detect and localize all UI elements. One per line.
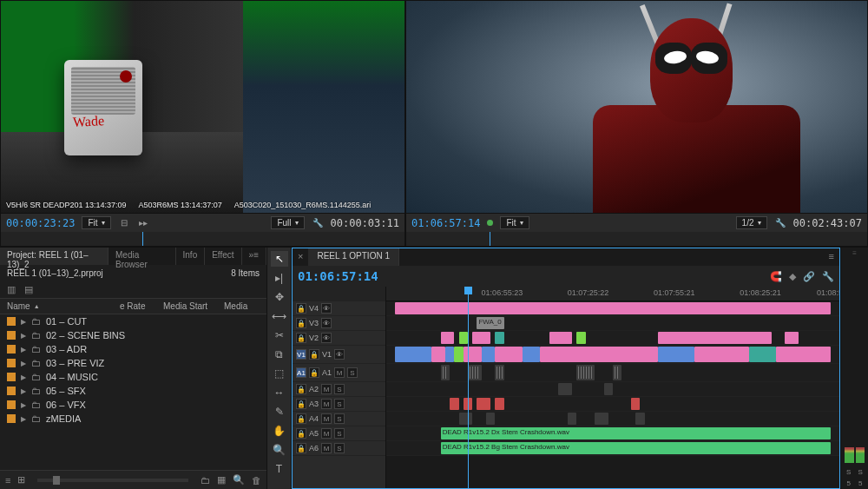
- record-indicator-icon: [487, 220, 493, 226]
- track-header-v4[interactable]: 🔒V4👁: [293, 301, 385, 316]
- disclosure-icon[interactable]: ▶: [21, 318, 26, 326]
- settings-icon[interactable]: 🔧: [822, 271, 834, 282]
- filter-clip-icon[interactable]: ▤: [24, 284, 33, 295]
- timeline-ruler[interactable]: 01:06:55:23 01:07:25:22 01:07:55:21 01:0…: [386, 287, 839, 301]
- track-header-a6[interactable]: 🔒A6MS: [293, 441, 385, 456]
- source-scrubber[interactable]: [1, 232, 404, 246]
- source-in-timecode[interactable]: 00:00:23:23: [6, 217, 75, 229]
- disclosure-icon[interactable]: ▶: [21, 415, 26, 423]
- wrench-icon[interactable]: 🔧: [312, 217, 324, 229]
- track-a4: [386, 412, 839, 426]
- track-header-a2[interactable]: 🔒A2MS: [293, 382, 385, 397]
- type-tool[interactable]: T: [271, 461, 288, 477]
- solo-left[interactable]: S: [846, 468, 851, 476]
- disclosure-icon[interactable]: ▶: [21, 332, 26, 340]
- program-zoom-dropdown[interactable]: Fit: [500, 216, 529, 229]
- column-media[interactable]: Media: [224, 301, 247, 311]
- source-out-timecode[interactable]: 00:00:03:11: [331, 217, 399, 229]
- folder-icon: 🗀: [31, 372, 41, 382]
- column-rate[interactable]: e Rate: [120, 301, 163, 311]
- panel-menu-icon[interactable]: »≡: [242, 248, 266, 265]
- selection-tool[interactable]: ↖: [271, 251, 288, 267]
- trash-icon[interactable]: 🗑: [252, 475, 261, 486]
- program-in-timecode[interactable]: 01:06:57:14: [411, 217, 480, 229]
- program-res-dropdown[interactable]: 1/2: [736, 216, 767, 229]
- track-a1: [386, 364, 839, 382]
- bin-row[interactable]: ▶🗀zMEDIA: [0, 412, 266, 426]
- track-header-v2[interactable]: 🔒V2👁: [293, 331, 385, 346]
- bin-row[interactable]: ▶🗀04 – MUSIC: [0, 370, 266, 384]
- step-icon[interactable]: ▸▸: [137, 217, 149, 229]
- disclosure-icon[interactable]: ▶: [21, 373, 26, 381]
- list-view-icon[interactable]: ≡: [5, 475, 10, 486]
- project-panel: Project: REEL 1 (01–13)_2 Media Browser …: [0, 248, 267, 489]
- folder-icon: 🗀: [31, 400, 41, 410]
- bin-row[interactable]: ▶🗀01 – CUT: [0, 314, 266, 328]
- track-header-a1[interactable]: A1🔒A1MS: [293, 364, 385, 382]
- source-monitor: Wade V5H/6 SR DEADP201 13:14:37:09 A503R…: [0, 0, 405, 247]
- track-header-a5[interactable]: 🔒A5MS: [293, 426, 385, 441]
- track-header-v3[interactable]: 🔒V3👁: [293, 316, 385, 331]
- track-header-a3[interactable]: 🔒A3MS: [293, 397, 385, 412]
- bin-row[interactable]: ▶🗀05 – SFX: [0, 384, 266, 398]
- settings-icon[interactable]: ⊟: [118, 217, 130, 229]
- program-scrubber[interactable]: [406, 232, 867, 246]
- bin-name: 01 – CUT: [46, 316, 87, 327]
- bin-name: 06 – VFX: [46, 400, 86, 410]
- program-out-timecode[interactable]: 00:02:43:07: [793, 217, 862, 229]
- filter-bin-icon[interactable]: ▥: [7, 284, 16, 295]
- slide-tool[interactable]: ⬚: [271, 366, 288, 381]
- bin-name: 03 – ADR: [46, 344, 87, 354]
- disclosure-icon[interactable]: ▶: [21, 360, 26, 367]
- tab-media-browser[interactable]: Media Browser: [108, 248, 175, 265]
- zoom-tool[interactable]: 🔍: [271, 442, 288, 458]
- new-bin-icon[interactable]: 🗀: [201, 475, 210, 486]
- track-header-v1[interactable]: V1🔒V1👁: [293, 346, 385, 364]
- bin-name: 05 – SFX: [46, 386, 86, 396]
- bin-row[interactable]: ▶🗀03 – ADR: [0, 342, 266, 356]
- timeline-timecode[interactable]: 01:06:57:14: [298, 269, 378, 283]
- bin-row[interactable]: ▶🗀02 – SCENE BINS: [0, 328, 266, 342]
- solo-right[interactable]: S: [858, 468, 863, 476]
- source-viewer[interactable]: Wade V5H/6 SR DEADP201 13:14:37:09 A503R…: [1, 1, 404, 213]
- pen-tool[interactable]: ✎: [271, 404, 288, 420]
- track-select-tool[interactable]: ▸|: [271, 270, 288, 286]
- playhead[interactable]: [468, 287, 469, 488]
- razor-tool[interactable]: ✂: [271, 327, 288, 343]
- bin-row[interactable]: ▶🗀03 – PRE VIZ: [0, 356, 266, 370]
- marker-icon[interactable]: ◆: [789, 271, 796, 282]
- thumbnail-size-slider[interactable]: [37, 479, 188, 482]
- column-name[interactable]: Name▲: [7, 301, 120, 311]
- timeline-track-area[interactable]: 01:06:55:23 01:07:25:22 01:07:55:21 01:0…: [386, 287, 839, 488]
- track-header-a4[interactable]: 🔒A4MS: [293, 412, 385, 426]
- bin-name: 04 – MUSIC: [46, 372, 98, 382]
- source-zoom-dropdown[interactable]: Fit: [82, 216, 110, 229]
- sequence-tab[interactable]: REEL 1 OPTION 1: [308, 248, 399, 266]
- disclosure-icon[interactable]: ▶: [21, 401, 26, 409]
- disclosure-icon[interactable]: ▶: [21, 387, 26, 395]
- ripple-edit-tool[interactable]: ✥: [271, 289, 288, 305]
- program-viewer[interactable]: [406, 1, 867, 213]
- sort-asc-icon: ▲: [34, 303, 40, 309]
- icon-view-icon[interactable]: ⊞: [17, 474, 25, 486]
- close-sequence-icon[interactable]: ×: [293, 248, 308, 266]
- panel-menu-icon[interactable]: ≡: [824, 248, 839, 266]
- new-item-icon[interactable]: ▦: [217, 474, 226, 486]
- slip-tool[interactable]: ⧉: [271, 347, 288, 362]
- wrench-icon[interactable]: 🔧: [774, 217, 786, 229]
- bin-row[interactable]: ▶🗀06 – VFX: [0, 398, 266, 412]
- folder-icon: 🗀: [31, 330, 41, 340]
- column-media-start[interactable]: Media Start: [163, 301, 224, 311]
- rate-stretch-tool[interactable]: ↔: [271, 385, 288, 400]
- snap-icon[interactable]: 🧲: [770, 271, 782, 282]
- project-filename: REEL 1 (01–13)_2.prproj: [7, 268, 103, 278]
- link-icon[interactable]: 🔗: [803, 271, 815, 282]
- disclosure-icon[interactable]: ▶: [21, 346, 26, 354]
- search-icon[interactable]: 🔍: [233, 474, 245, 486]
- tab-effects[interactable]: Effect: [205, 248, 241, 265]
- tab-info[interactable]: Info: [176, 248, 206, 265]
- hand-tool[interactable]: ✋: [271, 423, 288, 439]
- rolling-edit-tool[interactable]: ⟷: [271, 308, 288, 324]
- source-res-dropdown[interactable]: Full: [271, 216, 304, 229]
- tab-project[interactable]: Project: REEL 1 (01–13)_2: [0, 248, 108, 265]
